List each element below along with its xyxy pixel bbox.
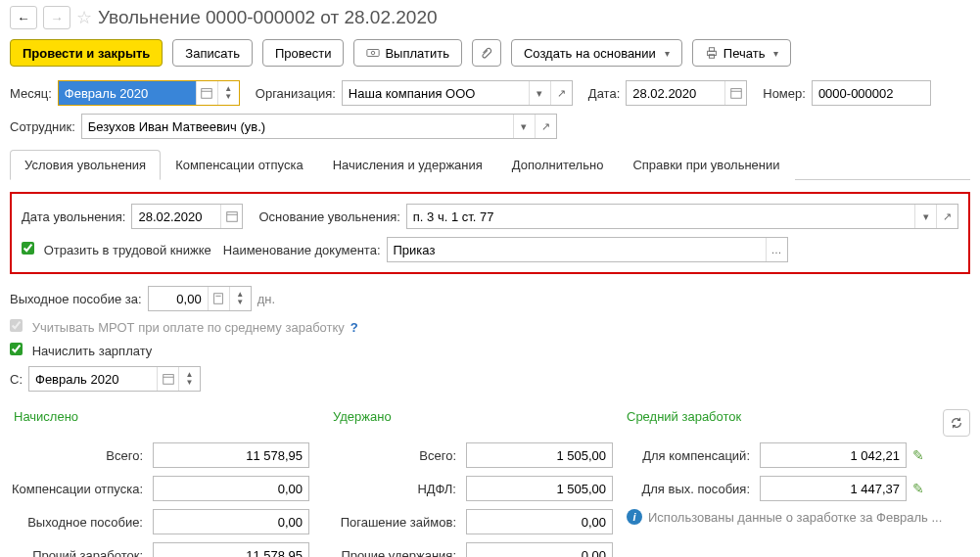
refresh-icon (950, 416, 963, 430)
accrue-salary-checkbox[interactable] (10, 343, 23, 355)
paperclip-icon (480, 46, 493, 60)
page-title: Увольнение 0000-000002 от 28.02.2020 (98, 7, 438, 28)
severance-days-input[interactable] (149, 287, 208, 310)
post-and-close-button[interactable]: Провести и закрыть (10, 39, 163, 67)
avg-sev-label: Для вых. пособия: (627, 482, 754, 496)
withheld-total-value[interactable] (466, 442, 613, 468)
withheld-ndfl-value[interactable] (466, 476, 613, 501)
avg-sev-value[interactable] (760, 476, 907, 501)
org-dropdown-button[interactable]: ▾ (529, 81, 550, 105)
from-spinner-button[interactable]: ▲▼ (178, 367, 200, 391)
from-label: С: (10, 372, 23, 387)
month-calendar-button[interactable] (196, 81, 217, 105)
dismissal-basis-label: Основание увольнения: (258, 209, 399, 224)
docname-label: Наименование документа: (223, 243, 381, 257)
avg-comp-label: Для компенсаций: (627, 448, 754, 463)
org-label: Организация: (256, 86, 336, 101)
dismissal-date-input[interactable] (132, 205, 220, 228)
refresh-button[interactable] (943, 409, 970, 437)
tab-vacation-comp[interactable]: Компенсации отпуска (161, 150, 318, 180)
month-spinner-button[interactable]: ▲▼ (217, 81, 239, 105)
dismissal-date-calendar-button[interactable] (220, 205, 242, 228)
dismissal-highlight-box: Дата увольнения: Основание увольнения: ▾… (10, 192, 970, 274)
dismissal-basis-input[interactable] (407, 205, 914, 228)
svg-rect-11 (214, 294, 223, 304)
avg-comp-value[interactable] (760, 442, 907, 468)
mrot-help-icon[interactable]: ? (350, 320, 358, 335)
number-label: Номер: (763, 86, 806, 101)
from-month-input[interactable] (29, 367, 157, 391)
accrued-total-label: Всего: (10, 448, 147, 463)
withheld-loans-value[interactable] (466, 509, 613, 534)
svg-rect-3 (709, 48, 714, 52)
post-button[interactable]: Провести (262, 39, 345, 67)
date-calendar-button[interactable] (724, 81, 746, 105)
mrot-checkbox (10, 319, 23, 332)
tab-conditions[interactable]: Условия увольнения (10, 150, 161, 180)
dismissal-basis-open-button[interactable]: ↗ (936, 205, 957, 228)
favorite-star-icon[interactable]: ☆ (76, 7, 92, 28)
create-based-on-button[interactable]: Создать на основании (511, 39, 682, 67)
workbook-label-text: Отразить в трудовой книжке (44, 243, 211, 257)
docname-input[interactable] (388, 238, 766, 261)
org-open-button[interactable]: ↗ (550, 81, 572, 105)
calendar-icon (225, 209, 239, 223)
date-input[interactable] (627, 81, 724, 105)
accrued-sev-label: Выходное пособие: (10, 515, 147, 530)
accrued-vac-label: Компенсации отпуска: (10, 482, 147, 496)
severance-spinner-button[interactable]: ▲▼ (229, 287, 251, 310)
workbook-checkbox-label[interactable]: Отразить в трудовой книжке (22, 242, 211, 257)
print-button-label: Печать (723, 46, 766, 61)
info-icon[interactable]: i (627, 509, 642, 525)
accrued-vac-value[interactable] (153, 476, 309, 501)
tab-additional[interactable]: Дополнительно (497, 150, 619, 180)
withheld-header: Удержано (333, 409, 627, 437)
mrot-checkbox-label[interactable]: Учитывать МРОТ при оплате по среднему за… (10, 319, 345, 335)
printer-icon (705, 46, 719, 60)
pay-button[interactable]: Выплатить (353, 39, 462, 67)
date-label: Дата: (588, 86, 620, 101)
avg-info-text: Использованы данные о заработке за Февра… (648, 510, 942, 525)
tabs: Условия увольнения Компенсации отпуска Н… (10, 149, 970, 180)
avg-sev-edit-icon[interactable]: ✎ (912, 481, 924, 496)
svg-rect-9 (227, 212, 238, 222)
severance-calc-button[interactable] (208, 287, 229, 310)
print-button[interactable]: Печать (692, 39, 792, 67)
withheld-total-label: Всего: (333, 448, 460, 463)
svg-rect-13 (163, 375, 173, 385)
docname-browse-button[interactable]: … (766, 238, 787, 261)
save-button[interactable]: Записать (172, 39, 253, 67)
accrued-sev-value[interactable] (153, 509, 309, 534)
tab-references[interactable]: Справки при увольнении (618, 150, 794, 180)
dismissal-basis-dropdown-button[interactable]: ▾ (914, 205, 936, 228)
withheld-ndfl-label: НДФЛ: (333, 482, 460, 496)
accrued-other-value[interactable] (153, 542, 309, 557)
accrued-total-value[interactable] (153, 442, 309, 468)
attachments-button[interactable] (472, 39, 501, 67)
avg-comp-edit-icon[interactable]: ✎ (912, 447, 924, 463)
calendar-icon (162, 372, 175, 386)
employee-input[interactable] (82, 115, 513, 138)
money-icon (366, 46, 380, 60)
employee-open-button[interactable]: ↗ (535, 115, 556, 138)
number-input[interactable] (813, 81, 930, 105)
accrue-salary-checkbox-label[interactable]: Начислить зарплату (10, 343, 152, 358)
employee-dropdown-button[interactable]: ▾ (513, 115, 535, 138)
avg-header: Средний заработок (627, 409, 943, 437)
workbook-checkbox[interactable] (22, 242, 34, 255)
nav-back-button[interactable]: ← (10, 6, 37, 29)
accrue-salary-label-text: Начислить зарплату (32, 344, 153, 358)
withheld-loans-label: Погашение займов: (333, 515, 460, 530)
month-input-wrap: ▲▼ (58, 80, 240, 106)
dismissal-date-label: Дата увольнения: (22, 209, 125, 224)
severance-unit: дн. (257, 292, 275, 306)
employee-label: Сотрудник: (10, 119, 75, 134)
calendar-icon (729, 86, 743, 100)
org-input[interactable] (343, 81, 529, 105)
tab-accruals[interactable]: Начисления и удержания (318, 150, 497, 180)
nav-forward-button[interactable]: → (43, 6, 70, 29)
accrued-other-label: Прочий заработок: (10, 548, 147, 558)
month-input[interactable] (59, 81, 196, 105)
withheld-other-value[interactable] (466, 542, 613, 557)
from-calendar-button[interactable] (157, 367, 178, 391)
